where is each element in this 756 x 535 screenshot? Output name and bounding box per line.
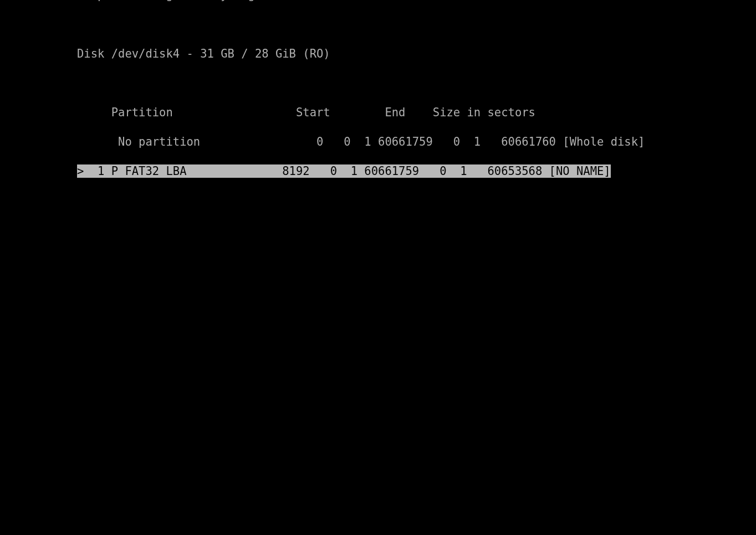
terminal-window: writing_posts — photorec ◂ sudo — 80×24 … [76,0,680,535]
blank-line [76,369,680,384]
partition-row-selected[interactable]: > 1 P FAT32 LBA 8192 0 1 60661759 0 1 60… [76,164,680,179]
blank-line [76,281,680,296]
blank-line [76,311,680,326]
partition-table-header: Partition Start End Size in sectors [76,105,680,120]
blank-line [76,76,680,91]
partition-row-fat32[interactable]: > 1 P FAT32 LBA 8192 0 1 60661759 0 1 60… [77,164,611,178]
blank-line [76,193,680,208]
blank-line [76,516,680,531]
blank-line [76,17,680,32]
disk-info: Disk /dev/disk4 - 31 GB / 28 GiB (RO) [76,47,680,61]
blank-line [76,399,680,414]
terminal-content[interactable]: PhotoRec 7.1, Data Recovery Utility, Jul… [76,0,680,535]
blank-line [76,428,680,443]
blank-line [76,340,680,355]
blank-line [76,223,680,238]
blank-line [76,487,680,502]
blank-line [76,457,680,472]
app-url-line: https://www.cgsecurity.org [76,0,680,3]
blank-line [76,252,680,267]
partition-row-whole-disk[interactable]: No partition 0 0 1 60661759 0 1 60661760… [76,135,680,150]
